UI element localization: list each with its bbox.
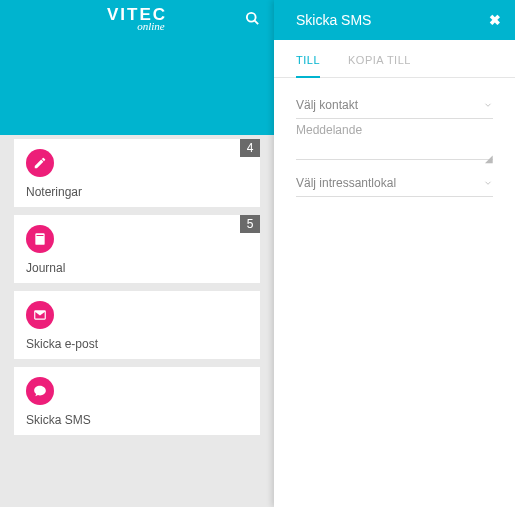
close-button[interactable]: ✖ [489,12,501,28]
tab-till[interactable]: TILL [296,54,320,78]
header-banner [0,40,274,135]
message-input[interactable] [296,119,493,160]
chevron-down-icon [483,178,493,188]
card-label: Skicka SMS [26,413,248,427]
side-panel: Skicka SMS ✖ TILL KOPIA TILL Välj kontak… [274,0,515,507]
svg-line-1 [254,20,258,24]
card-label: Journal [26,261,248,275]
panel-header: Skicka SMS ✖ [274,0,515,40]
search-button[interactable] [245,11,260,29]
card-label: Noteringar [26,185,248,199]
card-skicka-epost[interactable]: Skicka e-post [14,291,260,359]
card-skicka-sms[interactable]: Skicka SMS [14,367,260,435]
close-icon: ✖ [489,12,501,28]
card-label: Skicka e-post [26,337,248,351]
panel-tabs: TILL KOPIA TILL [274,40,515,78]
select-contact[interactable]: Välj kontakt [296,92,493,119]
card-list: 4 Noteringar 5 Journal Skicka e-post [0,135,274,435]
left-column: VITEC online 4 Noteringar 5 [0,0,274,507]
brand-logo: VITEC online [107,6,167,32]
chat-icon [26,377,54,405]
book-icon [26,225,54,253]
mail-icon [26,301,54,329]
app-header: VITEC online [0,0,274,40]
select-interest-label: Välj intressantlokal [296,176,396,190]
select-interest[interactable]: Välj intressantlokal [296,170,493,197]
select-contact-label: Välj kontakt [296,98,358,112]
tab-kopia[interactable]: KOPIA TILL [348,54,411,77]
card-noteringar[interactable]: 4 Noteringar [14,139,260,207]
badge-noteringar: 4 [240,139,260,157]
panel-title: Skicka SMS [296,12,371,28]
card-journal[interactable]: 5 Journal [14,215,260,283]
badge-journal: 5 [240,215,260,233]
chevron-down-icon [483,100,493,110]
panel-body: Välj kontakt ◢ Välj intressantlokal [274,78,515,197]
pencil-icon [26,149,54,177]
search-icon [245,11,260,26]
svg-point-0 [247,13,256,22]
